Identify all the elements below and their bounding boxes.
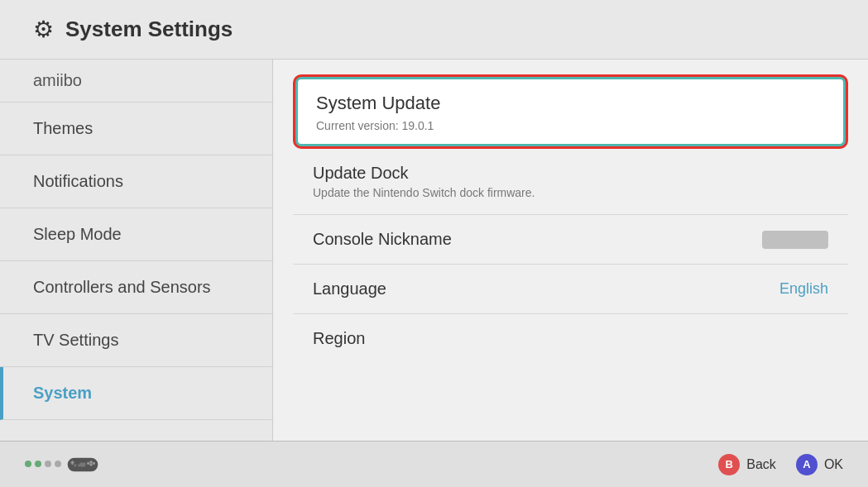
sidebar-item-tv-settings-label: TV Settings bbox=[33, 331, 118, 350]
sidebar-item-controllers-sensors[interactable]: Controllers and Sensors bbox=[0, 261, 272, 314]
update-dock-title: Update Dock bbox=[313, 164, 535, 183]
svg-rect-7 bbox=[80, 462, 86, 466]
svg-point-3 bbox=[89, 461, 92, 463]
controller-dots bbox=[25, 461, 61, 469]
console-nickname-row[interactable]: Console Nickname bbox=[293, 215, 848, 265]
header: ⚙ System Settings bbox=[0, 0, 868, 60]
sidebar: amiibo Themes Notifications Sleep Mode C… bbox=[0, 60, 273, 441]
sidebar-item-themes-label: Themes bbox=[33, 119, 93, 138]
system-update-title: System Update bbox=[316, 93, 825, 114]
svg-rect-2 bbox=[72, 461, 74, 465]
dot-4 bbox=[55, 461, 61, 467]
controller-icon bbox=[66, 453, 99, 476]
console-nickname-value bbox=[762, 231, 828, 249]
dot-3 bbox=[45, 461, 51, 467]
svg-point-4 bbox=[93, 461, 95, 464]
sidebar-item-system[interactable]: System bbox=[0, 367, 272, 420]
dot-1 bbox=[25, 461, 31, 467]
back-label: Back bbox=[746, 457, 776, 472]
svg-point-8 bbox=[74, 464, 76, 466]
language-value: English bbox=[779, 280, 828, 298]
language-title: Language bbox=[313, 279, 386, 298]
update-dock-subtitle: Update the Nintendo Switch dock firmware… bbox=[313, 186, 535, 199]
footer: B Back A OK bbox=[0, 441, 868, 487]
main-layout: amiibo Themes Notifications Sleep Mode C… bbox=[0, 60, 868, 441]
back-button[interactable]: B Back bbox=[718, 454, 776, 475]
svg-point-5 bbox=[87, 461, 89, 464]
console-nickname-title: Console Nickname bbox=[313, 230, 452, 249]
a-button-icon: A bbox=[796, 454, 818, 475]
footer-right: B Back A OK bbox=[718, 454, 843, 475]
svg-point-6 bbox=[89, 463, 92, 466]
sidebar-item-system-label: System bbox=[33, 384, 92, 403]
region-title: Region bbox=[313, 329, 365, 348]
sidebar-item-amiibo[interactable]: amiibo bbox=[0, 60, 272, 103]
content-panel: System Update Current version: 19.0.1 Up… bbox=[273, 60, 868, 441]
sidebar-item-controllers-sensors-label: Controllers and Sensors bbox=[33, 278, 211, 297]
system-update-version: Current version: 19.0.1 bbox=[316, 119, 825, 132]
sidebar-item-sleep-mode-label: Sleep Mode bbox=[33, 225, 122, 244]
sidebar-item-tv-settings[interactable]: TV Settings bbox=[0, 314, 272, 367]
sidebar-item-themes[interactable]: Themes bbox=[0, 103, 272, 155]
update-dock-row[interactable]: Update Dock Update the Nintendo Switch d… bbox=[293, 149, 848, 215]
sidebar-item-notifications[interactable]: Notifications bbox=[0, 155, 272, 208]
region-row[interactable]: Region bbox=[293, 314, 848, 363]
update-dock-info: Update Dock Update the Nintendo Switch d… bbox=[313, 164, 535, 199]
footer-left bbox=[25, 453, 99, 476]
ok-button[interactable]: A OK bbox=[796, 454, 843, 475]
language-row[interactable]: Language English bbox=[293, 265, 848, 314]
sidebar-item-sleep-mode[interactable]: Sleep Mode bbox=[0, 208, 272, 261]
sidebar-item-notifications-label: Notifications bbox=[33, 172, 123, 191]
ok-label: OK bbox=[824, 457, 843, 472]
svg-point-9 bbox=[78, 464, 80, 466]
b-button-icon: B bbox=[718, 454, 740, 475]
system-update-card[interactable]: System Update Current version: 19.0.1 bbox=[293, 74, 848, 149]
sidebar-item-amiibo-label: amiibo bbox=[33, 71, 82, 90]
settings-icon: ⚙ bbox=[33, 16, 54, 43]
page-title: System Settings bbox=[65, 17, 233, 42]
dot-2 bbox=[35, 461, 41, 467]
